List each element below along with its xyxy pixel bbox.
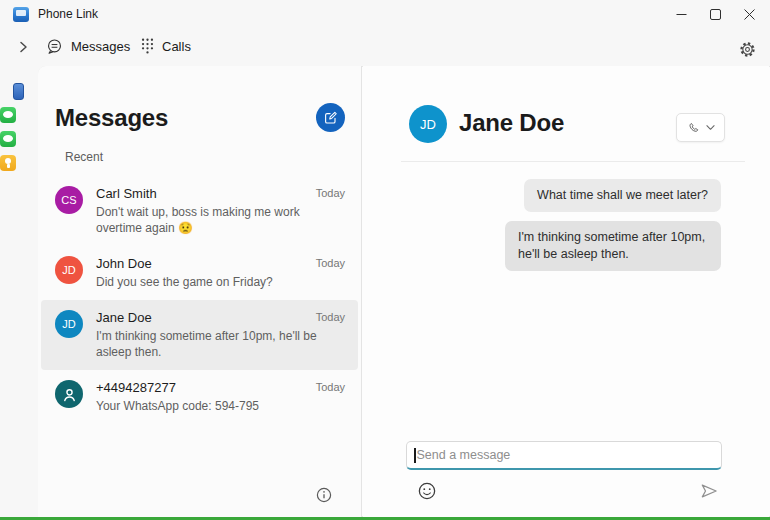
tab-calls[interactable]: Calls	[141, 31, 191, 61]
conversation-item-phone-number[interactable]: +4494287277 Today Your WhatsApp code: 59…	[41, 370, 358, 424]
conversation-name: Jane Doe	[96, 310, 152, 325]
contact-name: Jane Doe	[459, 109, 564, 137]
smiley-icon	[417, 481, 437, 501]
send-icon	[698, 481, 720, 501]
avatar: JD	[55, 256, 83, 284]
phone-icon[interactable]	[13, 83, 24, 100]
message-input[interactable]: Send a message	[406, 441, 722, 470]
minimize-button[interactable]	[664, 0, 698, 28]
info-icon	[316, 487, 332, 503]
conversation-preview: Your WhatsApp code: 594-795	[96, 398, 345, 414]
conversation-preview: I'm thinking sometime after 10pm, he'll …	[96, 328, 345, 360]
person-icon	[62, 387, 77, 402]
conversation-time: Today	[316, 186, 345, 199]
message-thread: What time shall we meet later? I'm think…	[505, 179, 721, 271]
title-bar: Phone Link	[0, 0, 770, 28]
conversation-name: Carl Smith	[96, 186, 157, 201]
window-title: Phone Link	[38, 7, 98, 21]
avatar-initials: JD	[420, 117, 436, 132]
conversation-name: +4494287277	[96, 380, 176, 395]
maximize-button[interactable]	[698, 0, 732, 28]
message-app-icon[interactable]	[0, 131, 16, 147]
settings-button[interactable]	[736, 38, 758, 60]
text-caret	[414, 448, 416, 463]
conversation-preview: Did you see the game on Friday?	[96, 274, 345, 290]
chevron-down-icon	[706, 124, 715, 131]
avatar: JD	[55, 310, 83, 338]
new-message-button[interactable]	[316, 103, 345, 132]
message-bubble: I'm thinking sometime after 10pm, he'll …	[505, 221, 721, 271]
message-bubble-icon	[46, 38, 63, 55]
nav-bar: Messages Calls	[0, 28, 770, 66]
tab-messages[interactable]: Messages	[46, 31, 130, 61]
send-button[interactable]	[697, 480, 721, 502]
info-button[interactable]	[315, 486, 333, 504]
contact-avatar: JD	[409, 105, 447, 143]
phone-call-icon	[687, 121, 701, 135]
message-input-placeholder: Send a message	[417, 448, 511, 462]
tab-calls-label: Calls	[162, 39, 191, 54]
conversation-time: Today	[316, 256, 345, 269]
avatar-initials: JD	[62, 318, 75, 330]
phone-link-window: Phone Link Messages	[0, 0, 770, 520]
phone-link-app-icon	[13, 7, 29, 22]
compose-icon	[323, 110, 338, 125]
conversation-time: Today	[316, 310, 345, 323]
conversation-preview: Don't wait up, boss is making me work ov…	[96, 204, 345, 236]
avatar-initials: CS	[61, 194, 76, 206]
messages-list-panel: Messages Recent CS Carl Smith Today Don'…	[38, 66, 362, 517]
avatar-initials: JD	[62, 264, 75, 276]
avatar	[55, 380, 83, 408]
window-controls	[664, 0, 766, 28]
expand-navigation-button[interactable]	[13, 37, 33, 57]
avatar: CS	[55, 186, 83, 214]
gear-icon	[739, 41, 756, 58]
conversation-list: CS Carl Smith Today Don't wait up, boss …	[38, 176, 361, 424]
dialpad-icon	[141, 38, 154, 54]
tab-messages-label: Messages	[71, 39, 130, 54]
messages-panel-header: Messages	[55, 103, 345, 132]
conversation-item-carl-smith[interactable]: CS Carl Smith Today Don't wait up, boss …	[41, 176, 358, 246]
lightbulb-icon[interactable]	[0, 155, 16, 171]
conversation-item-john-doe[interactable]: JD John Doe Today Did you see the game o…	[41, 246, 358, 300]
conversation-time: Today	[316, 380, 345, 393]
call-button[interactable]	[676, 113, 725, 142]
conversation-panel: JD Jane Doe What time shall we meet late…	[363, 66, 769, 517]
conversation-item-jane-doe[interactable]: JD Jane Doe Today I'm thinking sometime …	[41, 300, 358, 370]
message-app-icon[interactable]	[0, 107, 16, 123]
messages-panel-title: Messages	[55, 104, 168, 132]
recent-section-label: Recent	[65, 150, 103, 164]
emoji-button[interactable]	[416, 480, 438, 502]
header-divider	[401, 161, 745, 162]
close-button[interactable]	[732, 0, 766, 28]
conversation-name: John Doe	[96, 256, 152, 271]
chevron-right-icon	[16, 40, 30, 54]
message-bubble: What time shall we meet later?	[524, 179, 721, 212]
